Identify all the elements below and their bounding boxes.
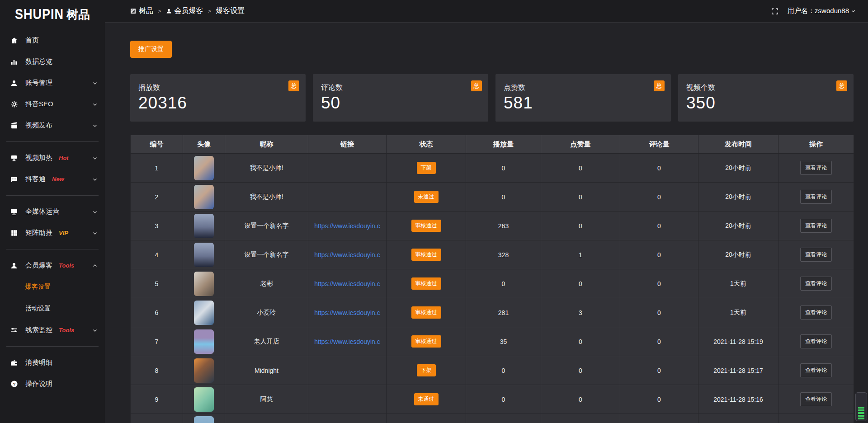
sidebar-item-label: 抖音SEO bbox=[25, 100, 53, 108]
subitem-label: 活动设置 bbox=[25, 305, 51, 313]
main-area: 树品 > 会员爆客 > 爆客设置 用户名：zswodun88 推广设置 播放数 bbox=[105, 0, 868, 423]
status-badge: 审核通过 bbox=[411, 306, 441, 319]
video-link[interactable]: https://www.iesdouyin.c bbox=[308, 338, 386, 345]
help-circle-icon: ? bbox=[10, 380, 18, 388]
table-header-row: 编号 头像 昵称 链接 状态 播放量 点赞量 评论量 发布时间 操作 bbox=[131, 135, 854, 154]
view-comments-button[interactable]: 查看评论 bbox=[800, 190, 832, 204]
stat-card-comments: 评论数 50 总 bbox=[313, 74, 488, 122]
sidebar-item-lead-monitor[interactable]: 线索监控 Tools bbox=[0, 320, 105, 341]
chevron-down-icon bbox=[92, 80, 98, 86]
sidebar-nav: 首页 数据总览 账号管理 抖音SEO 视频发布 视频加热 Hot bbox=[0, 25, 105, 395]
status-badge: 审核通过 bbox=[411, 335, 441, 348]
total-badge: 总 bbox=[654, 80, 665, 91]
user-icon bbox=[166, 8, 172, 14]
stat-card-likes: 点赞数 581 总 bbox=[495, 74, 671, 122]
gear-icon bbox=[10, 100, 18, 108]
avatar bbox=[194, 243, 214, 267]
view-comments-button[interactable]: 查看评论 bbox=[800, 161, 832, 175]
view-comments-button[interactable]: 查看评论 bbox=[800, 219, 832, 233]
chevron-down-icon bbox=[92, 209, 98, 215]
table-row-partial bbox=[131, 414, 854, 423]
stat-card-videos: 视频个数 350 总 bbox=[678, 74, 854, 122]
nickname: 阿慧 bbox=[225, 385, 308, 414]
sidebar-item-instructions[interactable]: ? 操作说明 bbox=[0, 373, 105, 395]
table-row: 2 我不是小帅! 未通过 0 0 0 20小时前 查看评论 bbox=[131, 183, 854, 212]
view-comments-button[interactable]: 查看评论 bbox=[800, 392, 832, 406]
avatar bbox=[194, 416, 214, 423]
promo-settings-button[interactable]: 推广设置 bbox=[130, 41, 172, 58]
sidebar-item-data-overview[interactable]: 数据总览 bbox=[0, 51, 105, 72]
sidebar-item-spending-detail[interactable]: 消费明细 bbox=[0, 352, 105, 373]
nickname: Midnight bbox=[225, 356, 308, 385]
fullscreen-icon[interactable] bbox=[771, 8, 778, 15]
sidebar-item-label: 消费明细 bbox=[25, 358, 52, 367]
new-tag: New bbox=[52, 176, 64, 183]
stat-label: 播放数 bbox=[138, 83, 297, 93]
chevron-down-icon bbox=[92, 230, 98, 236]
sidebar-item-home[interactable]: 首页 bbox=[0, 30, 105, 51]
sidebar-item-matrix-boost[interactable]: 矩阵助推 VIP bbox=[0, 222, 105, 244]
chevron-down-icon bbox=[92, 155, 98, 161]
stat-label: 点赞数 bbox=[504, 83, 663, 93]
stat-card-plays: 播放数 20316 总 bbox=[130, 74, 306, 122]
floating-meter-widget[interactable] bbox=[855, 392, 867, 421]
sidebar-item-account-mgmt[interactable]: 账号管理 bbox=[0, 72, 105, 94]
username-menu[interactable]: 用户名：zswodun88 bbox=[788, 7, 856, 15]
sidebar-item-video-publish[interactable]: 视频发布 bbox=[0, 115, 105, 136]
nickname: 老人开店 bbox=[225, 327, 308, 356]
video-link[interactable]: https://www.iesdouyin.c bbox=[308, 280, 386, 287]
chevron-down-icon bbox=[92, 177, 98, 182]
stat-value: 581 bbox=[504, 94, 663, 113]
breadcrumb-home[interactable]: 树品 bbox=[130, 6, 153, 16]
total-badge: 总 bbox=[836, 80, 847, 91]
chevron-up-icon bbox=[92, 263, 98, 268]
topbar: 树品 > 会员爆客 > 爆客设置 用户名：zswodun88 bbox=[105, 0, 868, 23]
breadcrumb-label: 树品 bbox=[139, 6, 153, 16]
chevron-down-icon bbox=[851, 9, 856, 14]
total-badge: 总 bbox=[471, 80, 482, 91]
view-comments-button[interactable]: 查看评论 bbox=[800, 277, 832, 291]
subitem-label: 爆客设置 bbox=[25, 283, 51, 291]
total-badge: 总 bbox=[288, 80, 299, 91]
sidebar: SHUPIN 树品 首页 数据总览 账号管理 抖音SEO 视频发布 bbox=[0, 0, 105, 423]
sidebar-item-douyin-seo[interactable]: 抖音SEO bbox=[0, 94, 105, 115]
chevron-down-icon bbox=[92, 328, 98, 333]
heat-screen-icon bbox=[10, 154, 18, 162]
sidebar-divider bbox=[6, 195, 99, 196]
sidebar-item-member-baoke[interactable]: 会员爆客 Tools bbox=[0, 255, 105, 276]
sidebar-item-label: 数据总览 bbox=[25, 57, 52, 66]
chat-bubble-icon bbox=[10, 175, 18, 183]
sidebar-item-doukestong[interactable]: 抖客通 New bbox=[0, 169, 105, 190]
sidebar-item-video-heat[interactable]: 视频加热 Hot bbox=[0, 147, 105, 169]
view-comments-button[interactable]: 查看评论 bbox=[800, 334, 832, 348]
table-row: 6 小爱玲 https://www.iesdouyin.c 审核通过 281 3… bbox=[131, 298, 854, 327]
hot-tag: Hot bbox=[59, 155, 69, 161]
view-comments-button[interactable]: 查看评论 bbox=[800, 363, 832, 377]
meter-bar bbox=[858, 409, 864, 411]
breadcrumb-separator: > bbox=[158, 8, 161, 14]
sliders-icon bbox=[10, 326, 18, 334]
view-comments-button[interactable]: 查看评论 bbox=[800, 248, 832, 262]
sidebar-item-label: 抖客通 bbox=[25, 175, 46, 183]
video-link[interactable]: https://www.iesdouyin.c bbox=[308, 222, 386, 230]
logo-text-cn: 树品 bbox=[66, 7, 90, 23]
sidebar-subitem-activity-settings[interactable]: 活动设置 bbox=[0, 298, 105, 320]
sidebar-divider bbox=[6, 141, 99, 142]
status-badge: 审核通过 bbox=[411, 220, 441, 232]
avatar bbox=[194, 272, 214, 296]
sidebar-item-label: 矩阵助推 bbox=[25, 229, 52, 237]
breadcrumb-member-baoke[interactable]: 会员爆客 bbox=[166, 6, 203, 16]
status-badge: 未通过 bbox=[414, 393, 439, 405]
sidebar-subitem-baoke-settings[interactable]: 爆客设置 bbox=[0, 276, 105, 298]
view-comments-button[interactable]: 查看评论 bbox=[800, 306, 832, 320]
sidebar-item-omnimedia[interactable]: 全媒体运营 bbox=[0, 201, 105, 222]
sidebar-item-label: 线索监控 bbox=[25, 326, 52, 334]
meter-bar bbox=[858, 418, 864, 419]
sidebar-item-label: 全媒体运营 bbox=[25, 207, 59, 216]
bar-chart-icon bbox=[10, 58, 18, 66]
video-link[interactable]: https://www.iesdouyin.c bbox=[308, 309, 386, 316]
table-row: 5 老彬 https://www.iesdouyin.c 审核通过 0 0 0 … bbox=[131, 269, 854, 298]
table-row: 9 阿慧 未通过 0 0 0 2021-11-28 15:16 查看评论 bbox=[131, 385, 854, 414]
video-link[interactable]: https://www.iesdouyin.c bbox=[308, 251, 386, 258]
avatar bbox=[194, 358, 214, 383]
